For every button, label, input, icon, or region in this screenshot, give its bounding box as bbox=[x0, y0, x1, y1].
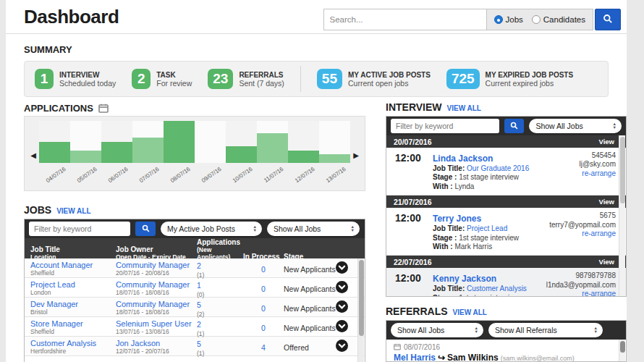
table-row-partial bbox=[25, 356, 365, 362]
calendar-icon bbox=[394, 343, 401, 352]
search-icon bbox=[142, 224, 150, 235]
job-title-link[interactable]: Customer Analysis bbox=[30, 339, 116, 348]
header: Dashboard Jobs Candidates bbox=[6, 0, 627, 34]
chart-column: 07/07/16 bbox=[132, 121, 164, 189]
jobs-show-select[interactable]: Show All Jobs ▲▼ bbox=[267, 222, 360, 236]
jobs-title: JOBS bbox=[24, 204, 51, 216]
candidate-link[interactable]: Linda Jackson bbox=[433, 153, 493, 164]
referred-name: Sam Wilkins bbox=[447, 353, 499, 362]
interview-panel: Show All Jobs ▲▼ 20/07/2016 View 12:00 L… bbox=[386, 116, 627, 297]
radio-jobs-icon[interactable] bbox=[494, 15, 503, 24]
stat-expired-posts: 725 MY EXPIRED JOB POSTS Current expired… bbox=[446, 69, 573, 89]
scrollbar-thumb[interactable] bbox=[620, 341, 625, 353]
job-owner-link[interactable]: Community Manager bbox=[116, 300, 197, 308]
job-owner-link[interactable]: Community Manager bbox=[116, 261, 197, 269]
chart-bar bbox=[226, 146, 257, 163]
chart-column: 11/07/16 bbox=[257, 121, 288, 189]
group-view-button[interactable]: View bbox=[599, 198, 614, 206]
re-arrange-link[interactable]: re-arrange bbox=[582, 230, 616, 237]
referral-entry: 08/07/2016 Mel Harris ↪ Sam Wilkins (sam… bbox=[386, 340, 626, 362]
chart-column: 08/07/16 bbox=[164, 121, 195, 189]
summary-section: SUMMARY 1 INTERVIEW Scheduled today 2 TA… bbox=[24, 44, 609, 97]
radio-candidates[interactable]: Candidates bbox=[532, 15, 585, 24]
chevron-circle-down-icon[interactable] bbox=[336, 342, 348, 354]
chevron-circle-down-icon[interactable] bbox=[336, 283, 348, 295]
applications-count-link[interactable]: 1 bbox=[197, 281, 201, 290]
entry-phone: 5675 bbox=[535, 211, 616, 220]
job-title-link[interactable]: Dev Manager bbox=[30, 300, 116, 308]
applications-count-link[interactable]: 5 bbox=[197, 340, 201, 348]
entry-email: l1nda3@yopmail.com bbox=[535, 281, 616, 290]
applications-chart: ◀ 04/07/1605/07/1606/07/1607/07/1608/07/… bbox=[24, 116, 365, 191]
re-arrange-link[interactable]: re-arrange bbox=[582, 290, 616, 297]
applications-count-link[interactable]: 2 bbox=[197, 261, 201, 270]
scrollbar-thumb[interactable] bbox=[620, 137, 625, 203]
candidate-link[interactable]: Kenny Jackson bbox=[433, 274, 496, 284]
in-process-count-link[interactable]: 0 bbox=[261, 304, 266, 313]
select-stepper-icon: ▲▼ bbox=[351, 225, 355, 232]
table-row: Dev Manager Bristol Community Manager 18… bbox=[25, 298, 365, 317]
entry-job-title-link[interactable]: Our Graduate 2016 bbox=[467, 164, 529, 172]
referrals-type-select[interactable]: Show All Referrals ▲▼ bbox=[488, 323, 603, 337]
in-process-count-link[interactable]: 0 bbox=[261, 324, 266, 332]
interview-filter-search-button[interactable] bbox=[504, 119, 525, 133]
interview-view-all-link[interactable]: VIEW ALL bbox=[447, 104, 481, 112]
job-title-link[interactable]: Project Lead bbox=[30, 280, 116, 289]
radio-candidates-icon[interactable] bbox=[532, 15, 541, 24]
referrals-jobs-select[interactable]: Show All Jobs ▲▼ bbox=[391, 323, 483, 337]
interview-jobs-select[interactable]: Show All Jobs ▲▼ bbox=[529, 119, 622, 133]
job-owner-link[interactable]: Community Manager bbox=[116, 280, 197, 289]
job-owner-link[interactable]: Selenium Super User bbox=[116, 319, 197, 328]
referrals-view-all-link[interactable]: VIEW ALL bbox=[453, 308, 487, 316]
search-input[interactable] bbox=[323, 9, 486, 30]
radio-jobs[interactable]: Jobs bbox=[494, 15, 523, 24]
chart-prev-arrow-icon[interactable]: ◀ bbox=[27, 121, 39, 189]
re-arrange-link[interactable]: re-arrange bbox=[582, 169, 616, 177]
group-date: 20/07/2016 bbox=[394, 138, 432, 146]
referred-email: (sam.wilkins@email.com) bbox=[501, 355, 575, 362]
applications-count-link[interactable]: 5 bbox=[197, 300, 201, 309]
select-stepper-icon: ▲▼ bbox=[253, 225, 257, 232]
in-process-count-link[interactable]: 0 bbox=[261, 265, 266, 274]
applications-title: APPLICATIONS bbox=[24, 103, 93, 114]
in-process-count-link[interactable]: 0 bbox=[261, 285, 266, 293]
applications-count-link[interactable]: 2 bbox=[197, 320, 201, 329]
entry-job-title-link[interactable]: Project Lead bbox=[467, 224, 507, 232]
jobs-posts-select[interactable]: My Active Job Posts ▲▼ bbox=[161, 222, 262, 236]
group-view-button[interactable]: View bbox=[599, 138, 614, 146]
candidate-link[interactable]: Terry Jones bbox=[433, 214, 481, 224]
interview-title: INTERVIEW bbox=[386, 101, 442, 113]
chevron-circle-down-icon[interactable] bbox=[336, 264, 348, 276]
stat-referrals: 23 REFERRALS Sent (7 days) bbox=[208, 69, 284, 89]
search-button[interactable] bbox=[595, 9, 621, 30]
right-column: INTERVIEW VIEW ALL Show All Jobs ▲▼ 20/0… bbox=[386, 101, 627, 362]
entry-time: 12:00 bbox=[395, 151, 433, 191]
job-owner-link[interactable]: Jon Jackson bbox=[116, 339, 197, 348]
stage-label: New Applicants bbox=[284, 285, 336, 293]
job-title-link[interactable]: Account Manager bbox=[30, 261, 116, 269]
entry-time: 12:00 bbox=[395, 211, 433, 251]
page-title: Dashboard bbox=[24, 6, 119, 28]
job-title-link[interactable]: Store Manager bbox=[30, 319, 116, 328]
jobs-view-all-link[interactable]: VIEW ALL bbox=[56, 207, 90, 215]
chart-bar bbox=[257, 133, 288, 163]
chevron-circle-down-icon[interactable] bbox=[336, 303, 348, 315]
jobs-panel: My Active Job Posts ▲▼ Show All Jobs ▲▼ … bbox=[24, 219, 365, 362]
calendar-icon[interactable] bbox=[98, 103, 109, 116]
scrollbar-thumb[interactable] bbox=[359, 260, 364, 336]
jobs-filter-search-button[interactable] bbox=[135, 222, 156, 236]
interview-group: 20/07/2016 View 12:00 Linda Jackson Job … bbox=[386, 135, 626, 195]
summary-divider bbox=[300, 66, 301, 92]
dashboard-page: Dashboard Jobs Candidates SUMMARY bbox=[6, 0, 627, 362]
entry-phone: 9879879788 bbox=[535, 272, 616, 280]
group-view-button[interactable]: View bbox=[599, 258, 614, 266]
in-process-count-link[interactable]: 4 bbox=[261, 343, 266, 352]
interview-filter-input[interactable] bbox=[391, 119, 499, 133]
chevron-circle-down-icon[interactable] bbox=[336, 322, 348, 334]
search-icon bbox=[603, 14, 613, 26]
chart-bar bbox=[39, 142, 70, 163]
jobs-filter-input[interactable] bbox=[29, 222, 130, 236]
referrer-link[interactable]: Mel Harris bbox=[394, 353, 436, 362]
entry-time: 12:00 bbox=[395, 272, 433, 297]
entry-job-title-link[interactable]: Customer Analysis bbox=[467, 285, 527, 292]
